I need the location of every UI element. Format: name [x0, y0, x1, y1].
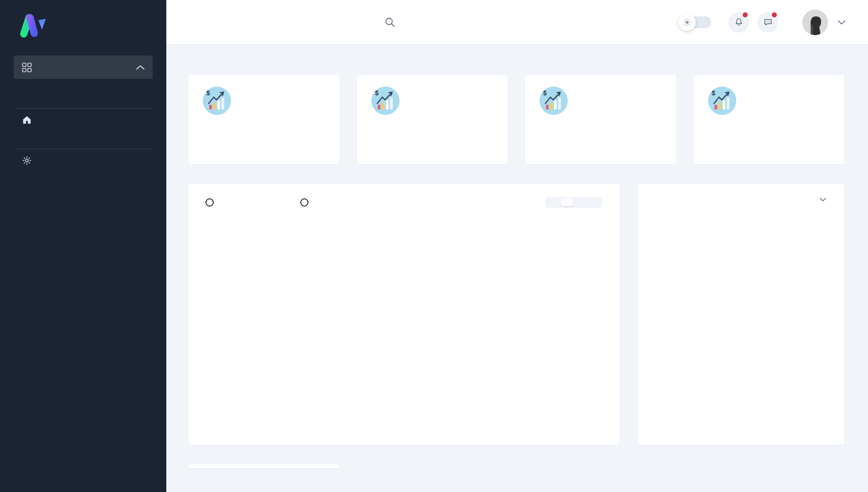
tab-day[interactable]: [547, 199, 560, 206]
stat-card-occupancy-rate: [357, 75, 508, 164]
legend-dot: [751, 369, 757, 375]
stat-label: [371, 140, 493, 151]
stat-card-total-guests: [525, 75, 676, 164]
qr-legend-marker: [300, 198, 308, 207]
brand-logo[interactable]: [14, 13, 153, 38]
stat-card-avg-revenue-room: [693, 75, 845, 164]
next-card-partial: [188, 464, 339, 468]
notification-badge: [743, 12, 748, 17]
message-badge: [772, 12, 777, 17]
bell-icon: [734, 17, 744, 27]
donut-legend: [656, 369, 826, 388]
chart-growth-icon: [708, 87, 736, 115]
revenue-chart-card: [188, 184, 620, 445]
main-content: [166, 45, 868, 492]
range-tabs: [545, 197, 602, 208]
toggle-knob: [678, 14, 696, 31]
legend-item-overnight: [656, 383, 732, 388]
donut-hole: [707, 251, 776, 320]
tab-month[interactable]: [574, 199, 587, 206]
legend-item-temporary: [656, 369, 732, 375]
notifications-button[interactable]: [729, 12, 749, 32]
brand-logo-icon: [19, 13, 48, 38]
gear-icon: [22, 155, 32, 166]
stat-card-daily-revenue: [188, 75, 339, 164]
chevron-down-icon[interactable]: [838, 18, 845, 26]
stat-cards: [188, 75, 844, 164]
stat-label: [539, 140, 662, 151]
service-usage-donut: [671, 215, 812, 356]
revenue-line-chart: [205, 218, 602, 409]
legend-cash[interactable]: [205, 197, 219, 207]
tab-week[interactable]: [560, 199, 573, 206]
chevron-down-icon: [820, 198, 826, 202]
chart-growth-icon: [203, 87, 231, 115]
chart-growth-icon: [371, 87, 400, 115]
header-actions: [679, 10, 868, 35]
sidebar-item-dashboard[interactable]: [14, 56, 153, 79]
cash-legend-marker: [205, 198, 214, 207]
tab-year[interactable]: [588, 199, 601, 206]
search-icon[interactable]: [384, 16, 396, 30]
service-usage-card: [638, 184, 844, 445]
legend-dot: [656, 383, 662, 388]
period-select[interactable]: [815, 198, 826, 202]
top-header: [166, 0, 868, 45]
chevron-up-icon: [136, 65, 144, 70]
home-icon: [22, 115, 32, 125]
chat-icon: [763, 17, 773, 27]
sidebar-item-home[interactable]: [14, 109, 153, 131]
dashboard-grid-icon: [22, 62, 32, 73]
messages-button[interactable]: [758, 12, 778, 32]
legend-item-empty: [751, 383, 827, 388]
avatar[interactable]: [802, 10, 828, 35]
stat-label: [708, 140, 830, 151]
legend-dot: [751, 383, 757, 388]
dark-mode-toggle[interactable]: [679, 16, 711, 28]
chart-growth-icon: [539, 87, 568, 115]
sidebar-item-reporting-analytics[interactable]: [14, 79, 153, 91]
legend-qr[interactable]: [300, 197, 314, 207]
sidebar: [0, 0, 166, 492]
legend-item-hourly: [751, 369, 827, 375]
sun-icon: [683, 18, 691, 26]
stat-label: [203, 140, 325, 151]
sidebar-item-hardware[interactable]: [14, 149, 153, 172]
legend-dot: [656, 369, 662, 375]
